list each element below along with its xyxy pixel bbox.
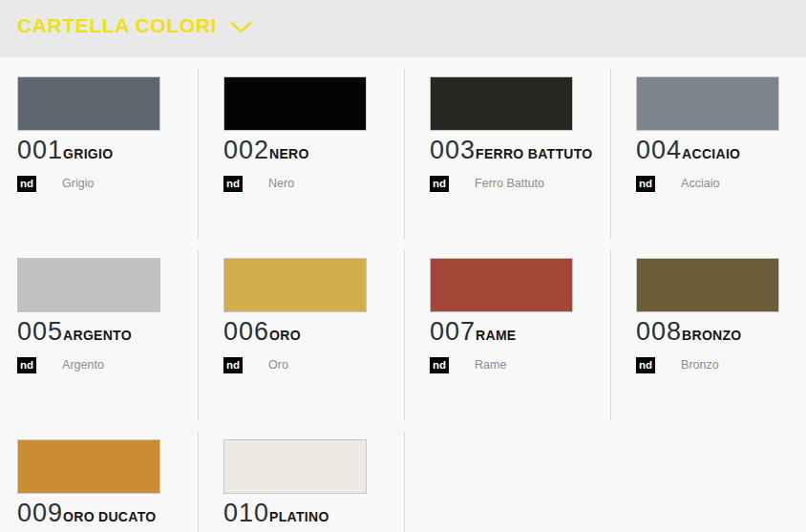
color-sublabel: Nero — [268, 177, 294, 190]
color-code: 006 — [223, 317, 269, 347]
nd-badge: nd — [430, 176, 449, 192]
color-card-002: 002 NERO nd Nero — [199, 69, 405, 239]
color-card-003: 003 FERRO BATTUTO nd Ferro Battuto — [405, 69, 611, 239]
page-title: CARTELLA COLORI — [17, 14, 217, 37]
color-swatch — [17, 258, 160, 312]
chevron-down-icon[interactable] — [229, 21, 253, 33]
color-name: PLATINO — [269, 509, 329, 524]
color-name: FERRO BATTUTO — [476, 146, 592, 161]
palette-row-1: 001 GRIGIO nd Grigio 002 NERO nd Nero 00… — [0, 69, 806, 239]
color-card-006: 006 ORO nd Oro — [199, 250, 405, 420]
color-sublabel: Oro — [268, 358, 288, 372]
color-name: ACCIAIO — [682, 146, 740, 161]
color-code: 002 — [223, 136, 269, 165]
color-card-007: 007 RAME nd Rame — [405, 250, 611, 420]
nd-badge: nd — [636, 176, 655, 192]
page-header: CARTELLA COLORI — [0, 0, 806, 57]
color-name: ARGENTO — [63, 328, 132, 343]
color-swatch — [223, 439, 367, 494]
color-swatch — [17, 439, 160, 494]
color-name: GRIGIO — [63, 146, 113, 161]
color-swatch — [223, 76, 367, 131]
color-card-009: 009 ORO DUCATO — [0, 432, 199, 532]
palette-row-2: 005 ARGENTO nd Argento 006 ORO nd Oro 00… — [0, 250, 806, 420]
color-code: 010 — [223, 499, 269, 528]
palette-row-3: 009 ORO DUCATO 010 PLATINO — [0, 432, 806, 532]
color-name: NERO — [269, 146, 309, 161]
color-name: BRONZO — [682, 328, 741, 343]
color-card-010: 010 PLATINO — [199, 432, 405, 532]
nd-badge: nd — [223, 176, 243, 192]
color-code: 001 — [17, 136, 63, 165]
color-swatch — [17, 76, 160, 131]
color-card-004: 004 ACCIAIO nd Acciaio — [611, 69, 806, 239]
color-name: RAME — [476, 328, 516, 343]
color-swatch — [636, 258, 779, 312]
nd-badge: nd — [636, 357, 655, 373]
color-sublabel: Bronzo — [681, 358, 719, 372]
color-card-005: 005 ARGENTO nd Argento — [0, 250, 199, 420]
nd-badge: nd — [17, 357, 36, 373]
color-swatch — [430, 258, 573, 312]
color-sublabel: Grigio — [62, 177, 94, 190]
color-name: ORO DUCATO — [63, 509, 156, 524]
color-sublabel: Acciaio — [681, 177, 719, 190]
color-palette-grid: 001 GRIGIO nd Grigio 002 NERO nd Nero 00… — [0, 69, 806, 532]
color-code: 004 — [636, 136, 682, 165]
color-sublabel: Ferro Battuto — [475, 177, 544, 190]
color-name: ORO — [269, 328, 301, 343]
color-card-008: 008 BRONZO nd Bronzo — [611, 250, 806, 420]
color-sublabel: Rame — [475, 358, 506, 372]
color-code: 005 — [17, 317, 63, 347]
cartella-colori-toggle[interactable]: CARTELLA COLORI — [17, 14, 253, 37]
color-code: 007 — [430, 317, 476, 347]
color-swatch — [636, 76, 779, 131]
color-code: 009 — [17, 499, 63, 528]
color-swatch — [430, 76, 573, 131]
color-sublabel: Argento — [62, 358, 104, 372]
color-code: 003 — [430, 136, 476, 165]
color-code: 008 — [636, 317, 682, 347]
color-swatch — [223, 258, 367, 312]
nd-badge: nd — [430, 357, 449, 373]
nd-badge: nd — [223, 357, 243, 373]
color-card-001: 001 GRIGIO nd Grigio — [0, 69, 199, 239]
nd-badge: nd — [17, 176, 36, 192]
